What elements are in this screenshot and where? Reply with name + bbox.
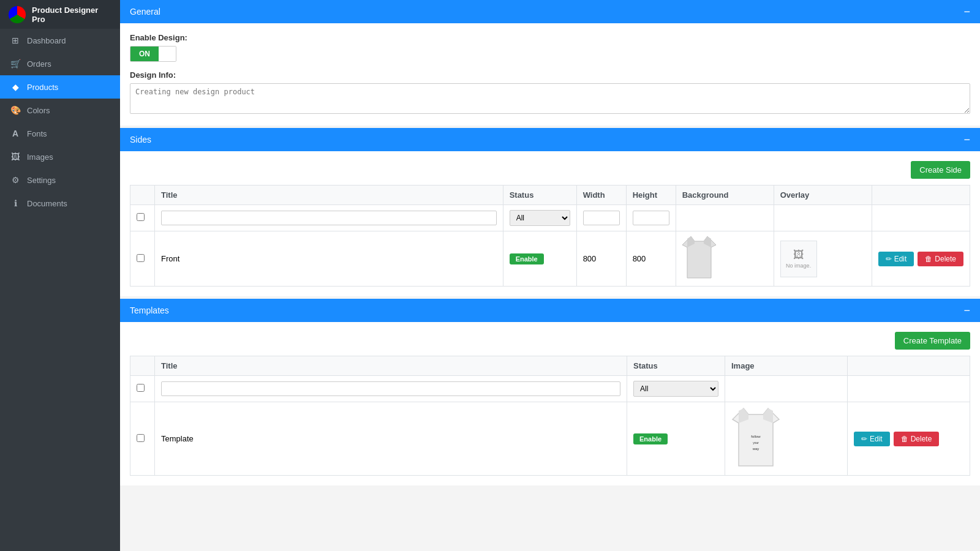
sides-table: Title Status Width Height Background Ove… xyxy=(130,185,970,287)
sides-filter-status-select[interactable]: All Enable Disable xyxy=(510,210,570,226)
sides-filter-status-cell: All Enable Disable xyxy=(503,205,576,231)
sides-col-overlay: Overlay xyxy=(774,186,872,205)
delete-template-button[interactable]: 🗑 Delete xyxy=(894,432,940,446)
sidebar-item-dashboard[interactable]: ⊞ Dashboard xyxy=(0,29,120,52)
sidebar-item-label: Orders xyxy=(27,59,51,69)
sidebar-item-label: Colors xyxy=(27,106,50,115)
no-image-text: No image. xyxy=(786,263,811,269)
orders-icon: 🛒 xyxy=(10,59,21,69)
sides-row-title: Front xyxy=(161,254,179,263)
sides-filter-width-cell xyxy=(576,205,626,231)
sides-filter-checkbox-cell xyxy=(130,205,155,231)
products-icon: ◆ xyxy=(10,82,21,92)
edit-side-button[interactable]: ✏ Edit xyxy=(878,252,914,266)
sides-row-status-cell: Enable xyxy=(503,231,576,287)
sides-row-height: 800 xyxy=(633,254,646,263)
sides-row-overlay-cell: 🖼 No image. xyxy=(774,231,872,287)
create-side-button[interactable]: Create Side xyxy=(911,161,970,179)
sides-row-width: 800 xyxy=(583,254,597,263)
sides-filter-height-input[interactable] xyxy=(633,211,669,225)
edit-icon: ✏ xyxy=(886,255,892,263)
edit-label: Edit xyxy=(870,435,883,443)
sidebar-item-documents[interactable]: ℹ Documents xyxy=(0,192,120,215)
sides-col-width: Width xyxy=(576,186,626,205)
sides-row-background-cell xyxy=(676,231,774,287)
table-row: Front Enable 800 800 xyxy=(130,231,970,287)
sides-row-height-cell: 800 xyxy=(626,231,676,287)
design-info-row: Design Info: xyxy=(130,70,970,116)
sidebar-item-label: Documents xyxy=(27,199,67,208)
templates-col-title: Title xyxy=(155,356,627,376)
action-buttons: ✏ Edit 🗑 Delete xyxy=(854,432,963,446)
sidebar-header: Product Designer Pro xyxy=(0,0,120,29)
sides-col-checkbox xyxy=(130,186,155,205)
sides-toolbar: Create Side xyxy=(130,161,970,179)
image-icon: 🖼 xyxy=(793,249,804,261)
status-badge: Enable xyxy=(510,253,544,264)
templates-row-image-cell: follow your way xyxy=(725,402,848,476)
sidebar-item-orders[interactable]: 🛒 Orders xyxy=(0,52,120,75)
main-content: General − Enable Design: ON Design Info:… xyxy=(120,0,980,551)
sides-panel: Sides − Create Side Title Status Width H… xyxy=(120,128,980,296)
templates-panel: Templates − Create Template Title Status… xyxy=(120,299,980,485)
delete-icon: 🗑 xyxy=(901,435,908,443)
sidebar-item-products[interactable]: ◆ Products xyxy=(0,75,120,99)
templates-row-status-cell: Enable xyxy=(627,402,725,476)
sides-header: Sides − xyxy=(120,128,980,151)
sides-row-actions-cell: ✏ Edit 🗑 Delete xyxy=(872,231,970,287)
edit-template-button[interactable]: ✏ Edit xyxy=(854,432,890,446)
templates-col-checkbox xyxy=(130,356,155,376)
templates-filter-status-select[interactable]: All Enable Disable xyxy=(633,381,718,397)
sides-col-height: Height xyxy=(626,186,676,205)
general-collapse-btn[interactable]: − xyxy=(963,6,970,17)
templates-filter-checkbox-cell xyxy=(130,376,155,402)
templates-filter-title-input[interactable] xyxy=(161,381,620,396)
sides-filter-width-input[interactable] xyxy=(583,211,620,225)
delete-label: Delete xyxy=(911,435,932,443)
sidebar-item-label: Settings xyxy=(27,176,56,185)
templates-col-actions xyxy=(848,356,970,376)
sides-filter-height-cell xyxy=(626,205,676,231)
templates-col-status: Status xyxy=(627,356,725,376)
sides-title: Sides xyxy=(130,135,151,144)
toggle-on-btn[interactable]: ON xyxy=(130,47,159,61)
table-row: Template Enable follow your xyxy=(130,402,970,476)
sides-row-checkbox[interactable] xyxy=(137,254,145,262)
templates-row-title: Template xyxy=(161,434,194,443)
templates-row-checkbox[interactable] xyxy=(137,434,145,442)
general-header: General − xyxy=(120,0,980,23)
sidebar-item-fonts[interactable]: A Fonts xyxy=(0,122,120,145)
sides-filter-bg-cell xyxy=(676,205,774,231)
app-title: Product Designer Pro xyxy=(32,6,111,24)
templates-collapse-btn[interactable]: − xyxy=(963,305,970,316)
sidebar-item-label: Fonts xyxy=(27,129,47,138)
documents-icon: ℹ xyxy=(10,198,21,208)
sides-filter-checkbox[interactable] xyxy=(137,213,145,221)
sides-filter-title-input[interactable] xyxy=(161,211,497,225)
templates-filter-checkbox[interactable] xyxy=(137,384,145,392)
sidebar-item-images[interactable]: 🖼 Images xyxy=(0,145,120,168)
dashboard-icon: ⊞ xyxy=(10,36,21,45)
toggle-off-btn[interactable] xyxy=(159,47,176,61)
sides-collapse-btn[interactable]: − xyxy=(963,134,970,145)
edit-label: Edit xyxy=(894,255,907,263)
sides-table-header: Title Status Width Height Background Ove… xyxy=(130,186,970,205)
sidebar: Product Designer Pro ⊞ Dashboard 🛒 Order… xyxy=(0,0,120,551)
templates-row-checkbox-cell xyxy=(130,402,155,476)
svg-text:your: your xyxy=(753,441,759,444)
general-title: General xyxy=(130,7,160,17)
sidebar-item-colors[interactable]: 🎨 Colors xyxy=(0,99,120,122)
design-info-input[interactable] xyxy=(130,83,970,114)
status-badge: Enable xyxy=(633,433,668,444)
enable-design-row: Enable Design: ON xyxy=(130,33,970,62)
sides-row-width-cell: 800 xyxy=(576,231,626,287)
sidebar-item-settings[interactable]: ⚙ Settings xyxy=(0,168,120,192)
create-template-button[interactable]: Create Template xyxy=(895,332,970,350)
templates-header: Templates − xyxy=(120,299,980,322)
templates-filter-actions-cell xyxy=(848,376,970,402)
delete-side-button[interactable]: 🗑 Delete xyxy=(918,252,963,266)
templates-title: Templates xyxy=(130,305,169,315)
templates-body: Create Template Title Status Image xyxy=(120,322,980,485)
svg-text:follow: follow xyxy=(751,435,761,438)
general-body: Enable Design: ON Design Info: xyxy=(120,23,980,126)
